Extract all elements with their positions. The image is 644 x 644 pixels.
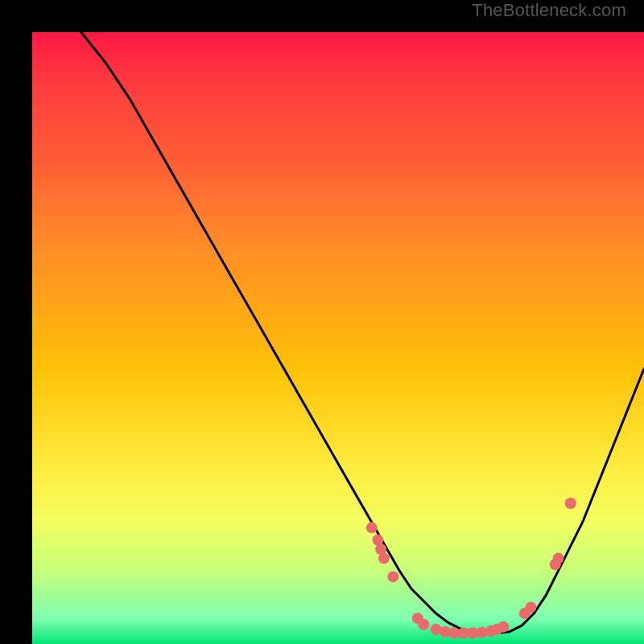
- scatter-dot: [366, 522, 378, 534]
- chart-svg: [32, 32, 644, 644]
- scatter-dot: [497, 621, 509, 633]
- scatter-dot: [387, 571, 398, 582]
- scatter-dot: [378, 553, 390, 564]
- bottleneck-curve: [81, 32, 644, 633]
- plot-area: [32, 32, 644, 644]
- chart-frame: [16, 16, 628, 628]
- scatter-dot: [565, 497, 576, 509]
- scatter-dot: [553, 553, 564, 564]
- watermark-text: TheBottleneck.com: [472, 0, 626, 21]
- scatter-dot: [525, 601, 536, 613]
- scatter-dot: [418, 619, 429, 630]
